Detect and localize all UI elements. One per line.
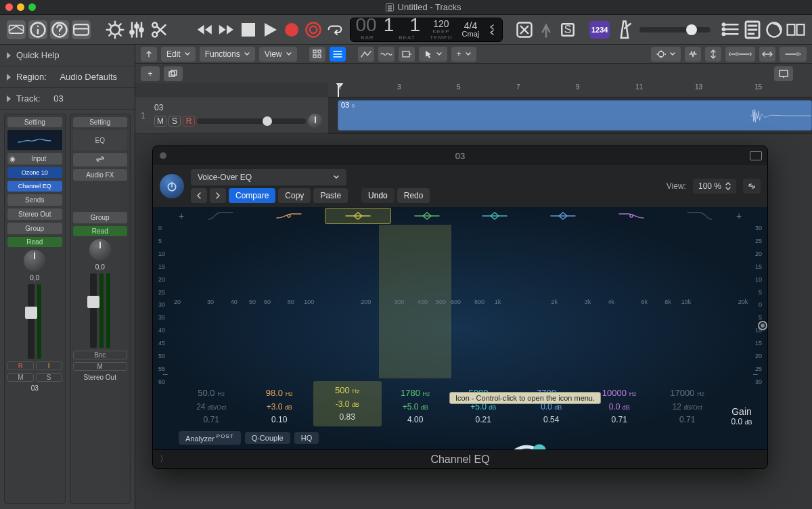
band-column[interactable]: 17000 Hz12 dB/Oct0.71 (654, 386, 722, 426)
band-peak4-icon[interactable] (531, 208, 596, 224)
trackheader-config-icon[interactable] (330, 47, 346, 62)
import-icon[interactable] (774, 66, 793, 81)
band-peak2-icon[interactable] (394, 208, 459, 224)
compare-button[interactable]: Compare (229, 188, 275, 203)
minimize-window-icon[interactable] (17, 3, 24, 11)
setting-button[interactable]: Setting (7, 117, 62, 127)
timeline-ruler[interactable]: 1357911131517 (328, 83, 812, 97)
plugin-titlebar[interactable]: 03 (153, 146, 767, 165)
link-slot[interactable] (73, 153, 128, 167)
functions-menu[interactable]: Functions (200, 47, 255, 62)
eq-graph[interactable]: 051015202530354045505560 302520151050510… (158, 225, 762, 378)
help-button[interactable] (50, 20, 69, 39)
solo-button[interactable]: S (36, 373, 62, 382)
band-peak3-icon[interactable] (462, 208, 528, 224)
record-button[interactable] (282, 20, 301, 39)
solo-button[interactable]: S (168, 116, 181, 127)
output-slot[interactable]: Stereo Out (7, 208, 62, 220)
toolbar-button[interactable] (72, 20, 91, 39)
link-button[interactable] (743, 179, 761, 194)
close-plugin-icon[interactable] (160, 152, 166, 159)
group-slot[interactable]: Group (7, 223, 62, 234)
redo-button[interactable]: Redo (397, 188, 430, 203)
zoom-minus-right-icon[interactable]: − (751, 370, 759, 378)
duplicate-track-button[interactable] (164, 66, 183, 81)
grid-icon[interactable] (309, 47, 325, 62)
mute-button[interactable]: M (7, 373, 34, 382)
zoom-plus-left-icon[interactable]: + (177, 212, 185, 220)
group-slot[interactable]: Group (73, 212, 128, 223)
audiofx-slot[interactable]: Audio FX (73, 169, 128, 181)
fader[interactable] (73, 273, 128, 348)
output-gain-handle[interactable] (758, 321, 767, 330)
vert-auto-zoom-icon[interactable] (705, 47, 721, 62)
prev-preset-button[interactable] (191, 188, 207, 203)
sends-slot[interactable]: Sends (7, 194, 62, 206)
vert-zoom-icon[interactable] (780, 47, 807, 62)
band-highshelf-icon[interactable] (599, 208, 664, 224)
track-lane[interactable]: 03 ○ (328, 97, 812, 134)
scissors-icon[interactable] (149, 20, 168, 39)
replace-mode-icon[interactable] (515, 20, 534, 39)
preset-selector[interactable]: Voice-Over EQ (191, 169, 346, 185)
paste-button[interactable]: Paste (313, 188, 348, 203)
horiz-zoom-icon[interactable] (725, 47, 755, 62)
display-mode-icon[interactable] (106, 20, 125, 39)
mixer-sliders-icon[interactable] (127, 20, 146, 39)
track-row[interactable]: Track: 03 (0, 88, 135, 110)
library-button[interactable] (7, 20, 26, 39)
zoom-minus-left-icon[interactable]: − (161, 370, 169, 378)
flex-icon[interactable] (378, 47, 394, 62)
fader[interactable] (7, 284, 62, 359)
snap-menu[interactable] (651, 47, 681, 62)
insert-slot-2[interactable]: Channel EQ (7, 181, 62, 192)
band-peak1-icon[interactable] (325, 208, 392, 224)
rewind-button[interactable] (196, 20, 215, 39)
add-track-button[interactable]: + (141, 66, 160, 81)
lcd-chevrons-icon[interactable] (489, 23, 497, 37)
disclosure-icon[interactable]: 〉 (160, 453, 168, 465)
pan-knob[interactable] (308, 114, 323, 129)
pointer-tool[interactable] (419, 47, 447, 62)
wave-zoom-icon[interactable] (685, 47, 701, 62)
lcd-display[interactable]: 001 1 BAR BEAT 120KEEPTEMPO 4/4Cmaj (350, 18, 503, 42)
plugin-power-button[interactable] (160, 174, 184, 198)
pan-knob[interactable] (89, 239, 111, 261)
input-monitor[interactable]: I (36, 361, 62, 370)
spread-icon[interactable] (759, 47, 775, 62)
notepad-icon[interactable] (743, 20, 762, 39)
input-slot[interactable]: ◉Input (7, 153, 62, 164)
view-zoom[interactable]: 100 % (693, 179, 736, 194)
rec-button[interactable]: R (183, 116, 195, 127)
stop-button[interactable] (239, 20, 258, 39)
band-column[interactable]: 50.0 Hz24 dB/Oct0.71 (177, 386, 246, 426)
zoom-window-icon[interactable] (28, 3, 36, 11)
metronome-icon[interactable] (615, 20, 634, 39)
catch-icon[interactable] (399, 47, 415, 62)
quick-help-row[interactable]: Quick Help (0, 45, 135, 66)
browser-icon[interactable] (786, 20, 805, 39)
solo-icon[interactable]: S (558, 20, 577, 39)
audio-region[interactable]: 03 ○ (338, 100, 812, 131)
rec-enable[interactable]: R (7, 361, 34, 370)
loops-icon[interactable] (765, 20, 784, 39)
automation-icon[interactable] (358, 47, 374, 62)
mute-button[interactable]: M (73, 362, 128, 371)
band-lpf-icon[interactable] (667, 208, 732, 224)
forward-button[interactable] (217, 20, 236, 39)
inspector-button[interactable] (28, 20, 47, 39)
cycle-button[interactable] (325, 20, 344, 39)
region-row[interactable]: Region: Audio Defaults (0, 66, 135, 88)
automation-read[interactable]: Read (73, 226, 128, 236)
undo-button[interactable]: Undo (361, 188, 394, 203)
copy-button[interactable]: Copy (278, 188, 311, 203)
count-in-chip[interactable]: 1234 (589, 21, 610, 39)
band-lowshelf-icon[interactable] (256, 208, 322, 224)
edit-menu[interactable]: Edit (161, 47, 196, 62)
view-menu[interactable]: View (259, 47, 297, 62)
eq-thumbnail[interactable]: EQ (73, 130, 128, 150)
mute-button[interactable]: M (154, 116, 166, 127)
track-header[interactable]: 1 03 M S R (135, 97, 328, 134)
tuner-icon[interactable] (537, 20, 556, 39)
pan-knob[interactable] (24, 250, 45, 271)
